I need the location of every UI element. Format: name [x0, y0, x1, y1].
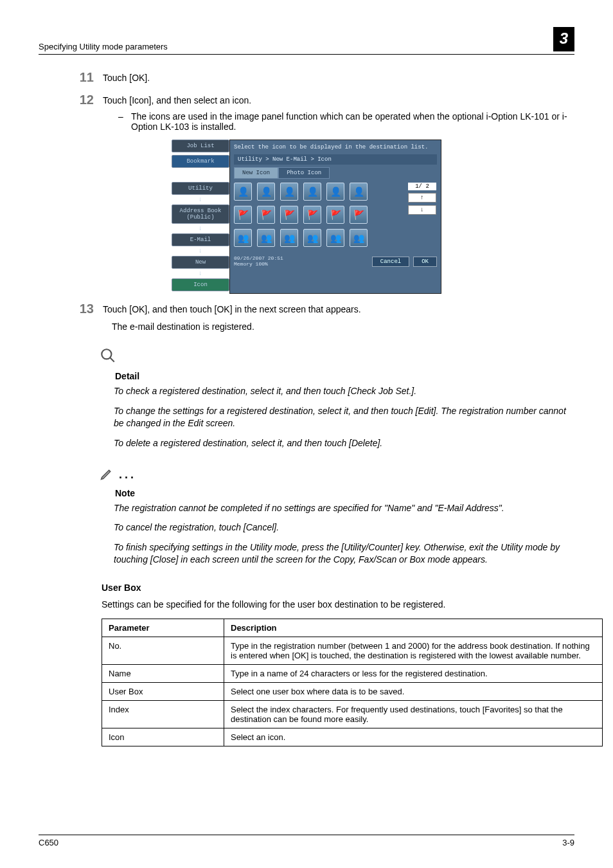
icon-option[interactable]: 👥: [234, 229, 252, 247]
status-timestamp: 09/26/2007 20:51 Memory 100%: [234, 256, 283, 267]
param-cell: No.: [102, 637, 224, 665]
param-cell: Name: [102, 665, 224, 683]
pencil-icon: [100, 465, 114, 485]
chevron-down-icon: ↓: [172, 196, 229, 203]
icon-option[interactable]: 🚩: [303, 206, 321, 224]
icon-option[interactable]: 👥: [280, 229, 298, 247]
icon-option[interactable]: 🚩: [234, 206, 252, 224]
mfp-screenshot: Job List Bookmark Utility ↓ Address Book…: [172, 140, 441, 294]
table-row: User Box Select one user box where data …: [102, 683, 603, 701]
param-cell: Index: [102, 701, 224, 728]
step-text: Touch [Icon], and then select an icon.: [103, 93, 574, 107]
page-indicator: 1/ 2: [408, 183, 436, 190]
tab-new-icon[interactable]: New Icon: [234, 167, 278, 179]
userbox-heading: User Box: [102, 583, 574, 593]
icon-option[interactable]: 👥: [326, 229, 344, 247]
icon-button[interactable]: Icon: [172, 278, 229, 291]
icon-option[interactable]: 🚩: [350, 206, 368, 224]
icon-option[interactable]: 🚩: [326, 206, 344, 224]
chapter-number-badge: 3: [553, 27, 574, 51]
note-dots: ...: [119, 468, 136, 482]
cancel-button[interactable]: Cancel: [372, 257, 409, 267]
addressbook-button[interactable]: Address Book (Public): [172, 204, 229, 224]
th-description: Description: [224, 619, 603, 637]
note-para: To finish specifying settings in the Uti…: [114, 541, 574, 566]
table-row: Index Select the index characters. For f…: [102, 701, 603, 728]
svg-point-0: [102, 349, 111, 359]
icon-option[interactable]: 🚩: [280, 206, 298, 224]
running-header: Specifying Utility mode parameters: [39, 42, 168, 51]
th-parameter: Parameter: [102, 619, 224, 637]
step-result: The e-mail destination is registered.: [112, 321, 574, 332]
utility-button[interactable]: Utility: [172, 182, 229, 195]
icon-option[interactable]: 👤: [326, 183, 344, 201]
step-text: Touch [OK], and then touch [OK] in the n…: [103, 302, 574, 316]
step-subtext: The icons are used in the image panel fu…: [131, 111, 574, 132]
page-up-button[interactable]: ↑: [408, 193, 436, 203]
hint-text: Select the icon to be displayed in the d…: [234, 144, 437, 150]
step-number: 13: [39, 302, 103, 316]
magnifier-icon: [100, 347, 116, 368]
detail-title: Detail: [115, 371, 574, 381]
breadcrumb: Utility > New E-Mail > Icon: [234, 154, 437, 165]
note-para: To cancel the registration, touch [Cance…: [114, 521, 574, 534]
detail-para: To delete a registered destination, sele…: [114, 437, 574, 449]
bullet-dash: –: [118, 111, 131, 132]
param-cell: Icon: [102, 728, 224, 746]
email-button[interactable]: E-Mail: [172, 233, 229, 246]
page-down-button[interactable]: ↓: [408, 205, 436, 215]
table-row: Name Type in a name of 24 characters or …: [102, 665, 603, 683]
desc-cell: Select an icon.: [224, 728, 603, 746]
icon-option[interactable]: 👤: [280, 183, 298, 201]
table-row: Icon Select an icon.: [102, 728, 603, 746]
desc-cell: Select the index characters. For frequen…: [224, 701, 603, 728]
icon-option[interactable]: 👥: [257, 229, 275, 247]
param-cell: User Box: [102, 683, 224, 701]
userbox-intro: Settings can be specified for the follow…: [102, 599, 574, 610]
icon-option[interactable]: 👥: [350, 229, 368, 247]
footer-right: 3-9: [562, 838, 574, 847]
joblist-button[interactable]: Job List: [172, 140, 229, 152]
detail-para: To check a registered destination, selec…: [114, 385, 574, 397]
icon-option[interactable]: 👤: [350, 183, 368, 201]
bookmark-button[interactable]: Bookmark: [172, 155, 229, 168]
step-number: 11: [39, 70, 103, 85]
desc-cell: Select one user box where data is to be …: [224, 683, 603, 701]
icon-option[interactable]: 👤: [234, 183, 252, 201]
chevron-down-icon: ↓: [172, 225, 229, 232]
new-button[interactable]: New: [172, 256, 229, 269]
chevron-down-icon: ↓: [172, 248, 229, 255]
table-row: No. Type in the registration number (bet…: [102, 637, 603, 665]
icon-option[interactable]: 🚩: [257, 206, 275, 224]
icon-option[interactable]: 👤: [303, 183, 321, 201]
note-para: The registration cannot be completed if …: [114, 502, 574, 514]
step-text: Touch [OK].: [103, 70, 574, 85]
desc-cell: Type in the registration number (between…: [224, 637, 603, 665]
icon-option[interactable]: 👤: [257, 183, 275, 201]
ok-button[interactable]: OK: [413, 257, 437, 267]
note-title: Note: [115, 488, 574, 498]
footer-left: C650: [39, 838, 58, 847]
userbox-table: Parameter Description No. Type in the re…: [102, 619, 603, 746]
svg-line-1: [110, 357, 114, 362]
desc-cell: Type in a name of 24 characters or less …: [224, 665, 603, 683]
tab-photo-icon[interactable]: Photo Icon: [278, 167, 330, 179]
detail-para: To change the settings for a registered …: [114, 405, 574, 429]
icon-option[interactable]: 👥: [303, 229, 321, 247]
chevron-down-icon: ↓: [172, 270, 229, 277]
step-number: 12: [39, 93, 103, 107]
